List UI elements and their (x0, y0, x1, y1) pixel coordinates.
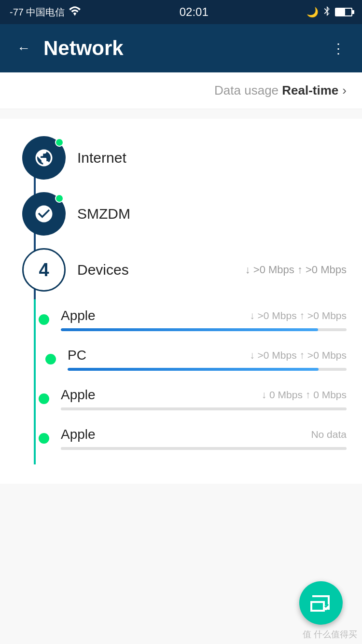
apple-item-1[interactable]: Apple ↓ >0 Mbps ↑ >0 Mbps (0, 299, 362, 339)
devices-label: Devices (77, 262, 129, 278)
main-content: Data usage Real-time › Internet (0, 72, 362, 644)
internet-status-dot (55, 138, 64, 147)
devices-item-content: Devices (77, 262, 245, 278)
fab-button[interactable] (299, 581, 343, 625)
status-left: -77 中国电信 (10, 6, 81, 19)
data-usage-spacer (278, 83, 282, 98)
data-usage-value: Real-time (282, 83, 338, 98)
bluetooth-icon (322, 5, 331, 19)
apple-item-2[interactable]: Apple ↓ 0 Mbps ↑ 0 Mbps (0, 378, 362, 418)
network-list: Internet SMZDM 4 Devices (0, 119, 362, 484)
more-options-button[interactable]: ⋮ (326, 36, 350, 60)
watermark: 值 什么值得买 (303, 629, 357, 640)
apple1-content: Apple ↓ >0 Mbps ↑ >0 Mbps (61, 308, 347, 331)
smzdm-status-dot (55, 194, 64, 203)
data-usage-row[interactable]: Data usage Real-time › (0, 72, 362, 109)
pc-name: PC (68, 348, 86, 363)
internet-icon-circle (22, 136, 66, 180)
data-usage-arrow-icon: › (342, 83, 347, 98)
signal-strength: -77 中国电信 (10, 6, 65, 19)
globe-icon (34, 148, 54, 168)
apple3-progress-fill (61, 447, 347, 450)
pc-progress-bar (68, 368, 347, 371)
status-right: 🌙 (306, 5, 352, 19)
data-usage-label: Data usage (214, 83, 278, 98)
wifi-icon (69, 6, 81, 18)
apple2-stats: ↓ 0 Mbps ↑ 0 Mbps (262, 389, 347, 401)
apple1-stats: ↓ >0 Mbps ↑ >0 Mbps (250, 310, 347, 322)
apple1-dot (39, 314, 49, 325)
smzdm-item-content: SMZDM (77, 206, 347, 222)
internet-item-content: Internet (77, 150, 347, 166)
screen-mirror-icon (309, 591, 333, 615)
apple2-dot (39, 393, 49, 404)
apple3-content: Apple No data (61, 427, 347, 450)
apple3-dot (39, 433, 49, 444)
apple1-progress-fill (61, 328, 318, 331)
page-title: Network (36, 37, 326, 60)
pc-progress-fill (68, 368, 319, 371)
apple2-name: Apple (61, 387, 96, 403)
devices-stats: ↓ >0 Mbps ↑ >0 Mbps (245, 264, 347, 276)
battery-icon (335, 8, 352, 16)
smzdm-icon-circle (22, 192, 66, 236)
internet-label: Internet (77, 150, 126, 166)
apple3-progress-bar (61, 447, 347, 450)
devices-count-circle: 4 (22, 248, 66, 292)
apple2-content: Apple ↓ 0 Mbps ↑ 0 Mbps (61, 387, 347, 410)
vpn-icon (34, 204, 54, 224)
pc-content: PC ↓ >0 Mbps ↑ >0 Mbps (68, 348, 347, 371)
internet-item[interactable]: Internet (0, 128, 362, 187)
apple3-name: Apple (61, 427, 96, 442)
devices-item[interactable]: 4 Devices ↓ >0 Mbps ↑ >0 Mbps (0, 243, 362, 299)
app-bar: ← Network ⋮ (0, 24, 362, 72)
pc-item[interactable]: PC ↓ >0 Mbps ↑ >0 Mbps (0, 339, 362, 378)
apple1-progress-bar (61, 328, 347, 331)
smzdm-item[interactable]: SMZDM (0, 187, 362, 243)
moon-icon: 🌙 (306, 6, 319, 18)
pc-stats: ↓ >0 Mbps ↑ >0 Mbps (250, 350, 347, 361)
back-button[interactable]: ← (12, 36, 36, 60)
apple1-name: Apple (61, 308, 96, 323)
status-time: 02:01 (180, 5, 209, 19)
apple3-stats: No data (311, 429, 347, 440)
apple2-progress-fill (61, 407, 347, 410)
apple-item-3[interactable]: Apple No data (0, 418, 362, 464)
status-bar: -77 中国电信 02:01 🌙 (0, 0, 362, 24)
pc-dot (45, 354, 56, 364)
apple2-progress-bar (61, 407, 347, 410)
smzdm-label: SMZDM (77, 206, 130, 222)
